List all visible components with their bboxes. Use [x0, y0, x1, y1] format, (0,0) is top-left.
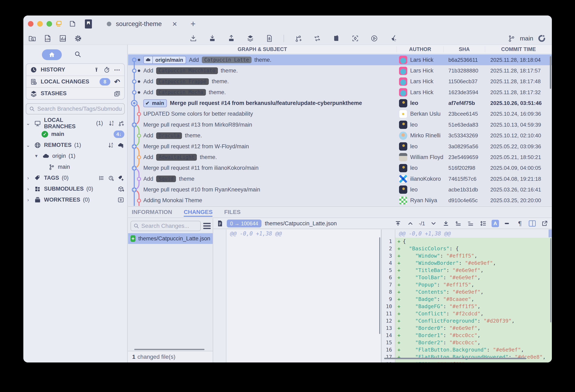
file-list-hscrollbar[interactable] [134, 349, 204, 350]
repository-tab[interactable]: sourcegit-theme ✕ + [85, 18, 196, 29]
tab-information[interactable]: INFORMATION [132, 207, 172, 218]
local-branch-badge[interactable]: ✔main [143, 99, 167, 107]
commit-row[interactable]: Add AdwaitaLight theme.William Floyd23e5… [128, 152, 552, 163]
chevron-right-icon[interactable]: › [25, 197, 31, 203]
tab-color-dot[interactable] [107, 22, 111, 26]
commit-row[interactable]: Merge pull request #12 from W-Floyd/main… [128, 141, 552, 152]
run-custom-action-icon[interactable] [369, 34, 379, 43]
commit-row[interactable]: Add Dracula theme.Mirko Rinelli3c5334326… [128, 130, 552, 141]
commit-row[interactable]: Merge pull request #11 from ilianoKokoro… [128, 163, 552, 173]
commit-row[interactable]: Add Catpuccin Frappé theme.Lars Hick1150… [128, 76, 552, 87]
chevron-down-icon[interactable]: ⌄ [25, 121, 31, 126]
list-mode-icon[interactable] [203, 223, 211, 229]
remote-branch-badge[interactable]: origin/main [143, 56, 186, 64]
tree-tags[interactable]: › TAGS (0) [23, 172, 127, 183]
commit-list-scrollbar[interactable] [550, 56, 551, 89]
decrease-context-icon[interactable] [467, 220, 475, 227]
sidebar-search-icon[interactable] [74, 50, 82, 59]
refresh-icon[interactable] [537, 34, 547, 43]
close-window-button[interactable] [28, 21, 33, 27]
stopwatch-icon[interactable] [103, 66, 110, 73]
diff-hscrollbar[interactable] [384, 358, 526, 359]
fetch-icon[interactable] [189, 34, 198, 43]
tree-remote-origin[interactable]: ▼ origin (1) [23, 150, 127, 162]
sidebar-item-stashes[interactable]: STASHES [26, 87, 124, 99]
discard-undo-icon[interactable]: ↶ [114, 78, 121, 85]
commit-row[interactable]: Add Catpuccin Mocha theme.Lars Hick1623d… [128, 87, 552, 98]
chevron-down-icon[interactable]: ⌄ [25, 142, 31, 148]
tree-remote-branch-main[interactable]: main [23, 162, 127, 172]
commit-row[interactable]: Merge pull request #10 from RyanKneeya/m… [128, 184, 552, 195]
goto-last-change-icon[interactable] [442, 220, 450, 227]
open-repository-icon[interactable] [27, 34, 37, 43]
tag-list-icon[interactable] [98, 174, 105, 182]
diff-new-scrollbar[interactable] [550, 238, 551, 322]
notebook-icon[interactable] [332, 34, 341, 43]
sidebar-item-history[interactable]: HISTORY ⋯ [26, 64, 124, 75]
compare-icon[interactable] [312, 34, 322, 43]
add-submodule-icon[interactable] [117, 185, 124, 193]
add-remote-icon[interactable] [117, 142, 124, 149]
commit-row[interactable]: Adding Monokai ThemeRyan Niiyad910c4e65c… [128, 195, 552, 206]
apply-patch-icon[interactable] [264, 34, 274, 43]
push-icon[interactable] [227, 34, 236, 43]
tree-worktrees[interactable]: › WORKTREES (0) [23, 194, 127, 205]
open-external-icon[interactable] [541, 220, 549, 227]
side-by-side-toggle[interactable] [528, 220, 536, 227]
pull-icon[interactable] [208, 34, 217, 43]
show-whitespace-icon[interactable]: ¶ [516, 220, 524, 227]
triangle-down-icon[interactable]: ▼ [33, 154, 39, 158]
changed-file-row[interactable]: + themes/Catpuccin_Latte.json [128, 233, 213, 244]
commit-row[interactable]: ✔mainMerge pull request #14 from berkanu… [128, 98, 552, 108]
diff-new-scrollbar-thumb[interactable] [549, 229, 552, 237]
statistics-icon[interactable] [58, 34, 68, 43]
diff-old-scrollbar[interactable] [379, 237, 380, 334]
zoom-window-button[interactable] [47, 21, 52, 27]
dashboard-home-button[interactable] [42, 49, 62, 60]
create-branch-icon[interactable] [293, 34, 303, 43]
tab-files[interactable]: FILES [224, 207, 240, 218]
commit-row[interactable]: origin/mainAdd Catpuccin Latte theme.Lar… [128, 54, 552, 65]
settings-gear-icon[interactable] [73, 34, 83, 43]
pop-stash-icon[interactable] [114, 90, 121, 97]
sort-az-icon[interactable]: AZ [108, 142, 115, 149]
minimize-window-button[interactable] [37, 21, 43, 27]
add-tag-icon[interactable] [117, 174, 124, 182]
commit-row[interactable]: Merge pull request #13 from MirkoR89/mai… [128, 119, 552, 130]
next-change-icon[interactable] [430, 220, 437, 227]
tree-local-branches[interactable]: ⌄ LOCAL BRANCHES (1) AZ [23, 118, 127, 129]
syntax-highlight-toggle[interactable]: A [492, 220, 499, 227]
current-branch-label[interactable]: main [520, 35, 533, 42]
sidebar-item-local-changes[interactable]: LOCAL CHANGES 8 ↶ [26, 75, 124, 87]
commit-row[interactable]: UPDATED Some colors for better readabili… [128, 109, 552, 119]
tree-submodules[interactable]: › SUBMODULES (0) [23, 183, 127, 194]
sort-az-icon[interactable]: AZ [108, 120, 115, 127]
chevron-right-icon[interactable]: › [25, 186, 31, 192]
commit-row[interactable]: Add Squid themeilianoKokoro74615f57c6202… [128, 173, 552, 184]
filter-flashlight-icon[interactable] [93, 66, 100, 73]
word-wrap-icon[interactable] [503, 220, 511, 227]
log-file-icon[interactable]: LOG [43, 34, 52, 43]
cleanup-icon[interactable] [388, 34, 398, 43]
commit-row[interactable]: Add Catpuccin Macchiato theme.Lars Hick7… [128, 65, 552, 76]
add-worktree-icon[interactable] [117, 196, 124, 203]
changes-search-box[interactable]: Search Changes... [131, 221, 201, 231]
stash-icon[interactable] [246, 34, 255, 43]
new-page-icon[interactable] [68, 19, 77, 28]
new-tab-button[interactable]: + [191, 19, 196, 29]
scan-icon[interactable] [351, 34, 360, 43]
tag-sort-time-icon[interactable] [108, 174, 115, 182]
prev-change-icon[interactable] [407, 220, 414, 227]
windows-layout-icon[interactable] [54, 19, 63, 28]
tab-changes[interactable]: CHANGES [184, 207, 213, 218]
more-options-icon[interactable]: ⋯ [114, 66, 121, 73]
increase-context-icon[interactable] [454, 220, 462, 227]
chevron-right-icon[interactable]: › [25, 175, 31, 181]
tab-close-icon[interactable]: ✕ [172, 21, 177, 28]
branch-search-box[interactable]: Search Branches/Tags/Submodules [26, 103, 125, 114]
tree-branch-main[interactable]: ✓ main 4↓ [23, 129, 127, 140]
goto-first-change-icon[interactable] [394, 220, 402, 227]
add-branch-icon[interactable] [118, 120, 124, 127]
tree-remotes[interactable]: ⌄ REMOTES (1) AZ [23, 140, 127, 150]
line-spacing-icon[interactable] [479, 220, 487, 227]
